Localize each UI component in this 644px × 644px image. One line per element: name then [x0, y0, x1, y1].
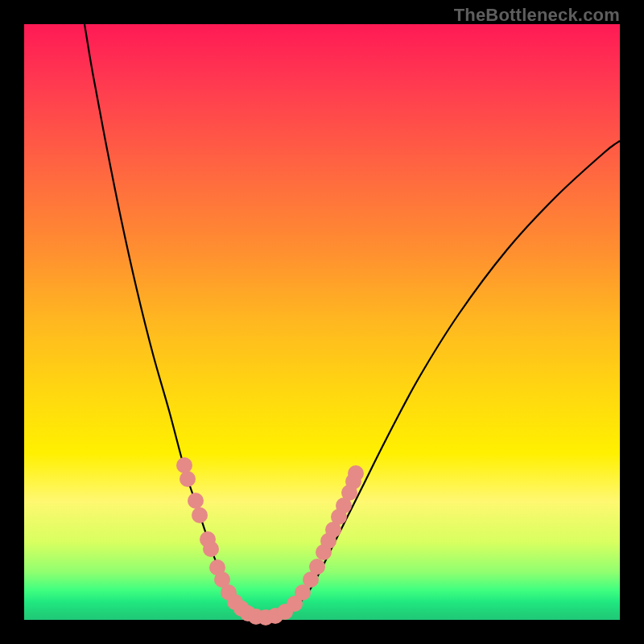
- marker-dots: [176, 457, 364, 625]
- marker-dot: [176, 457, 192, 473]
- watermark-text: TheBottleneck.com: [454, 5, 620, 26]
- marker-dot: [192, 507, 208, 523]
- marker-dot: [188, 493, 204, 509]
- marker-dot: [203, 541, 219, 557]
- chart-frame: TheBottleneck.com: [0, 0, 644, 644]
- curve-line: [85, 24, 620, 619]
- plot-area: [24, 24, 620, 620]
- chart-svg: [24, 24, 620, 620]
- marker-dot: [309, 559, 325, 575]
- marker-dot: [348, 465, 364, 481]
- marker-dot: [180, 471, 196, 487]
